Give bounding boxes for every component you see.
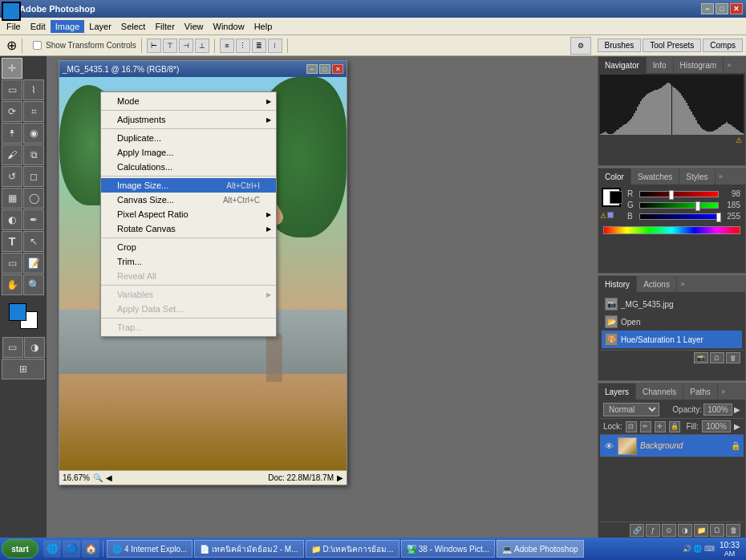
tab-info[interactable]: Info (647, 57, 674, 73)
layer-style-btn[interactable]: ƒ (646, 524, 660, 537)
pen-tool[interactable]: ✒ (23, 209, 44, 230)
layers-expand-btn[interactable]: » (718, 386, 729, 397)
layer-mask-btn[interactable]: ⊙ (662, 524, 676, 537)
doc-close-btn[interactable]: ✕ (332, 64, 343, 74)
taskbar-item-ps[interactable]: 💻Adobe Photoshop (497, 540, 584, 558)
spot-heal-tool[interactable]: ◉ (23, 123, 44, 144)
taskbar-item-doc[interactable]: 📄เทคนิคผ้ามัดย้อม2 - M... (194, 540, 303, 558)
gradient-tool[interactable]: ▦ (2, 188, 22, 209)
brushes-tab[interactable]: Brushes (598, 39, 642, 52)
tab-navigator[interactable]: Navigator (598, 57, 647, 73)
menu-edit[interactable]: Edit (26, 20, 51, 33)
r-slider-thumb[interactable] (669, 190, 674, 200)
blur-tool[interactable]: ◯ (23, 188, 44, 209)
comps-tab[interactable]: Comps (703, 39, 743, 52)
layer-group-btn[interactable]: 📁 (694, 524, 708, 537)
fg-bg-swatches[interactable] (9, 303, 38, 329)
lasso-tool[interactable]: ⌇ (23, 79, 44, 100)
lock-transparent-btn[interactable]: ⊡ (626, 421, 637, 432)
brush-tool[interactable]: 🖌 (2, 144, 22, 165)
history-brush-tool[interactable]: ↺ (2, 166, 22, 187)
quick-select-tool[interactable]: ⟳ (2, 101, 22, 122)
minimize-button[interactable]: − (701, 3, 714, 14)
tab-color[interactable]: Color (598, 168, 631, 185)
align-btn-3[interactable]: ⊣ (179, 39, 193, 53)
nav-prev[interactable]: ◀ (106, 473, 112, 482)
move-tool[interactable]: ✛ (2, 58, 22, 79)
align-btn-4[interactable]: ⊥ (195, 39, 209, 53)
menu-help[interactable]: Help (249, 20, 278, 33)
color-expand-btn[interactable]: » (716, 171, 727, 182)
dodge-tool[interactable]: ◐ (2, 209, 22, 230)
menu-layer[interactable]: Layer (84, 20, 116, 33)
show-transform-checkbox[interactable] (33, 41, 42, 50)
path-select-tool[interactable]: ↖ (23, 231, 44, 252)
menu-adjustments[interactable]: Adjustments (101, 112, 276, 127)
align-btn-2[interactable]: ⊤ (163, 39, 177, 53)
notes-tool[interactable]: 📝 (23, 253, 44, 274)
distrib-btn-2[interactable]: ⋮ (236, 39, 250, 53)
fg-color-swatch[interactable] (9, 303, 26, 321)
layer-link-btn[interactable]: 🔗 (630, 524, 644, 537)
tool-options-btn[interactable]: ⚙ (570, 37, 591, 55)
tab-swatches[interactable]: Swatches (631, 168, 679, 185)
lock-all-btn[interactable]: 🔒 (669, 421, 680, 432)
marquee-tool[interactable]: ▭ (2, 79, 22, 100)
tab-layers[interactable]: Layers (598, 383, 636, 400)
menu-filter[interactable]: Filter (150, 20, 179, 33)
tab-actions[interactable]: Actions (637, 276, 677, 292)
menu-trim[interactable]: Trim... (101, 254, 276, 269)
layer-new-btn[interactable]: 🗋 (710, 524, 724, 537)
tab-histogram[interactable]: Histogram (674, 57, 724, 73)
menu-duplicate[interactable]: Duplicate... (101, 131, 276, 145)
history-snap-btn[interactable]: 📸 (694, 352, 708, 363)
zoom-tool[interactable]: 🔍 (23, 274, 44, 295)
navigator-expand-btn[interactable]: » (724, 59, 735, 71)
taskbar-item-viewer[interactable]: 🏞️38 - Windows Pict... (401, 540, 495, 558)
g-slider-thumb[interactable] (695, 201, 700, 211)
tab-history[interactable]: History (598, 276, 637, 292)
quick-launch-2[interactable]: 🔵 (63, 540, 80, 558)
start-button[interactable]: start (2, 539, 39, 558)
history-item-1[interactable]: 📂 Open (602, 313, 742, 331)
close-button[interactable]: ✕ (730, 3, 743, 14)
menu-apply-image[interactable]: Apply Image... (101, 145, 276, 160)
layer-visibility-eye[interactable]: 👁 (603, 440, 614, 452)
color-fg-swatch-small[interactable] (610, 191, 622, 204)
history-expand-btn[interactable]: » (677, 278, 688, 290)
menu-view[interactable]: View (180, 20, 209, 33)
g-slider[interactable] (639, 202, 719, 209)
menu-image-size[interactable]: Image Size... Alt+Ctrl+I (101, 178, 276, 193)
quick-mask-mode[interactable]: ◑ (24, 337, 45, 358)
tab-styles[interactable]: Styles (679, 168, 715, 185)
doc-maximize-btn[interactable]: □ (319, 64, 330, 74)
blend-mode-select[interactable]: Normal Multiply Screen Overlay (603, 403, 659, 416)
tool-presets-tab[interactable]: Tool Presets (643, 39, 701, 52)
menu-canvas-size[interactable]: Canvas Size... Alt+Ctrl+C (101, 193, 276, 207)
tab-paths[interactable]: Paths (683, 383, 718, 400)
align-btn-1[interactable]: ⊢ (147, 39, 161, 53)
menu-window[interactable]: Window (209, 20, 249, 33)
menu-select[interactable]: Select (116, 20, 151, 33)
maximize-button[interactable]: □ (716, 3, 728, 14)
history-delete-btn[interactable]: 🗑 (726, 352, 740, 363)
color-spectrum[interactable] (603, 226, 740, 234)
menu-calculations[interactable]: Calculations... (101, 160, 276, 174)
b-slider-thumb[interactable] (716, 213, 721, 222)
eyedropper-tool[interactable]: 🖈 (2, 123, 22, 144)
doc-minimize-btn[interactable]: − (306, 64, 318, 74)
nav-next[interactable]: ▶ (337, 473, 343, 482)
lock-image-btn[interactable]: ✏ (640, 421, 651, 432)
clone-tool[interactable]: ⧉ (23, 144, 44, 165)
taskbar-item-ie[interactable]: 🌐4 Internet Explo... (107, 540, 193, 558)
distrib-btn-1[interactable]: ≡ (220, 39, 234, 53)
history-new-btn[interactable]: 🗋 (710, 352, 724, 363)
layer-item-background[interactable]: 👁 Background 🔒 (600, 435, 744, 457)
layer-adj-btn[interactable]: ◑ (678, 524, 692, 537)
tab-channels[interactable]: Channels (636, 383, 683, 400)
quick-launch-ie[interactable]: 🌐 (43, 540, 61, 558)
crop-tool[interactable]: ⌗ (23, 101, 44, 122)
b-slider[interactable] (639, 213, 719, 220)
type-tool[interactable]: T (2, 231, 22, 252)
menu-image[interactable]: Image (51, 20, 85, 33)
